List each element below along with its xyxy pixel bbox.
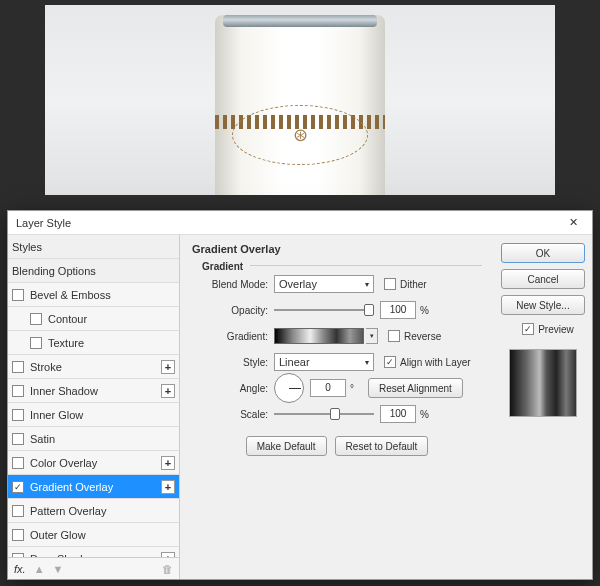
dither-label: Dither (400, 279, 427, 290)
can-emblem: ⊛ (232, 105, 368, 165)
add-icon[interactable]: + (161, 384, 175, 398)
texture-row[interactable]: Texture (8, 331, 179, 355)
degree-symbol: ° (350, 383, 354, 394)
texture-checkbox[interactable] (30, 337, 42, 349)
pattern-overlay-row[interactable]: Pattern Overlay (8, 499, 179, 523)
close-icon: ✕ (569, 216, 578, 229)
up-arrow-icon[interactable]: ▲ (34, 563, 45, 575)
document-canvas: ⊛ (45, 5, 555, 195)
blend-mode-label: Blend Mode: (192, 279, 274, 290)
reset-alignment-button[interactable]: Reset Alignment (368, 378, 463, 398)
reverse-checkbox[interactable] (388, 330, 400, 342)
can-lid (223, 15, 377, 27)
preview-checkbox[interactable]: ✓ (522, 323, 534, 335)
satin-row[interactable]: Satin (8, 427, 179, 451)
outer-glow-row[interactable]: Outer Glow (8, 523, 179, 547)
satin-checkbox[interactable] (12, 433, 24, 445)
ok-button[interactable]: OK (501, 243, 585, 263)
add-icon[interactable]: + (161, 456, 175, 470)
inner-shadow-row[interactable]: Inner Shadow+ (8, 379, 179, 403)
dialog-title: Layer Style (16, 217, 71, 229)
contour-checkbox[interactable] (30, 313, 42, 325)
bevel-checkbox[interactable] (12, 289, 24, 301)
angle-input[interactable]: 0 (310, 379, 346, 397)
opacity-label: Opacity: (192, 305, 274, 316)
percent-symbol: % (420, 409, 429, 420)
scale-input[interactable]: 100 (380, 405, 416, 423)
fx-icon[interactable]: fx. (14, 563, 26, 575)
bevel-emboss-row[interactable]: Bevel & Emboss (8, 283, 179, 307)
settings-panel: Gradient Overlay Gradient Blend Mode: Ov… (180, 235, 494, 579)
drop-shadow-row[interactable]: Drop Shadow+ (8, 547, 179, 557)
inner-glow-checkbox[interactable] (12, 409, 24, 421)
close-button[interactable]: ✕ (554, 211, 592, 234)
preview-row: ✓ Preview (512, 323, 574, 335)
add-icon[interactable]: + (161, 480, 175, 494)
opacity-input[interactable]: 100 (380, 301, 416, 319)
scale-label: Scale: (192, 409, 274, 420)
stroke-row[interactable]: Stroke+ (8, 355, 179, 379)
dialog-body: Styles Blending Options Bevel & Emboss C… (8, 235, 592, 579)
align-label: Align with Layer (400, 357, 471, 368)
add-icon[interactable]: + (161, 552, 175, 558)
trash-icon[interactable]: 🗑 (162, 563, 173, 575)
pattern-overlay-checkbox[interactable] (12, 505, 24, 517)
color-overlay-checkbox[interactable] (12, 457, 24, 469)
style-label: Style: (192, 357, 274, 368)
blending-options-row[interactable]: Blending Options (8, 259, 179, 283)
align-checkbox[interactable]: ✓ (384, 356, 396, 368)
chevron-down-icon: ▾ (365, 358, 369, 367)
stroke-checkbox[interactable] (12, 361, 24, 373)
scale-slider[interactable] (274, 407, 374, 421)
action-panel: OK Cancel New Style... ✓ Preview (494, 235, 592, 579)
dialog-titlebar[interactable]: Layer Style ✕ (8, 211, 592, 235)
sidebar-footer: fx. ▲ ▼ 🗑 (8, 557, 179, 579)
add-icon[interactable]: + (161, 360, 175, 374)
can-mockup: ⊛ (215, 15, 385, 195)
gradient-overlay-checkbox[interactable]: ✓ (12, 481, 24, 493)
chevron-down-icon: ▾ (365, 280, 369, 289)
angle-wheel[interactable] (274, 373, 304, 403)
outer-glow-checkbox[interactable] (12, 529, 24, 541)
make-default-button[interactable]: Make Default (246, 436, 327, 456)
angle-label: Angle: (192, 383, 274, 394)
styles-list: Styles Blending Options Bevel & Emboss C… (8, 235, 179, 557)
style-select[interactable]: Linear▾ (274, 353, 374, 371)
gradient-group: Gradient Blend Mode: Overlay▾ Dither Opa… (192, 257, 482, 458)
color-overlay-row[interactable]: Color Overlay+ (8, 451, 179, 475)
new-style-button[interactable]: New Style... (501, 295, 585, 315)
inner-glow-row[interactable]: Inner Glow (8, 403, 179, 427)
dither-checkbox[interactable] (384, 278, 396, 290)
section-title: Gradient Overlay (192, 243, 482, 255)
gradient-dropdown[interactable]: ▾ (366, 328, 378, 344)
down-arrow-icon[interactable]: ▼ (53, 563, 64, 575)
group-title: Gradient (202, 261, 482, 272)
reverse-label: Reverse (404, 331, 441, 342)
preview-label: Preview (538, 324, 574, 335)
styles-sidebar: Styles Blending Options Bevel & Emboss C… (8, 235, 180, 579)
cancel-button[interactable]: Cancel (501, 269, 585, 289)
gradient-label: Gradient: (192, 331, 274, 342)
gradient-swatch[interactable] (274, 328, 364, 344)
drop-shadow-checkbox[interactable] (12, 553, 24, 558)
layer-style-dialog: Layer Style ✕ Styles Blending Options Be… (7, 210, 593, 580)
gradient-overlay-row[interactable]: ✓Gradient Overlay+ (8, 475, 179, 499)
blend-mode-select[interactable]: Overlay▾ (274, 275, 374, 293)
styles-header[interactable]: Styles (8, 235, 179, 259)
inner-shadow-checkbox[interactable] (12, 385, 24, 397)
opacity-slider[interactable] (274, 303, 374, 317)
reset-default-button[interactable]: Reset to Default (335, 436, 429, 456)
group-divider (250, 265, 482, 266)
percent-symbol: % (420, 305, 429, 316)
contour-row[interactable]: Contour (8, 307, 179, 331)
preview-swatch (509, 349, 577, 417)
